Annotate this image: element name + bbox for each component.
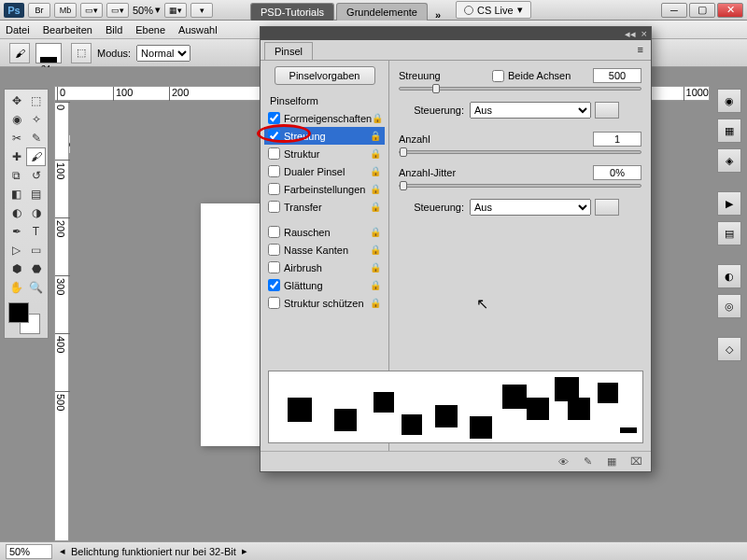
zoom-level[interactable]: 50%: [133, 5, 153, 16]
cs-live-button[interactable]: CS Live ▾: [456, 1, 531, 19]
crop-tool[interactable]: ✂: [7, 129, 26, 147]
type-tool[interactable]: T: [26, 222, 46, 241]
steuerung-btn[interactable]: [595, 102, 619, 119]
streuung-slider[interactable]: [399, 87, 641, 91]
mb-button[interactable]: Mb: [54, 3, 77, 18]
new-preset-icon[interactable]: ▦: [602, 455, 621, 469]
minimize-button[interactable]: ─: [661, 3, 687, 18]
pinselvorgaben-button[interactable]: Pinselvorgaben: [275, 66, 375, 85]
screen-mode-button[interactable]: ▭▾: [106, 3, 129, 18]
lock-icon[interactable]: 🔒: [370, 148, 381, 159]
menu-ebene[interactable]: Ebene: [135, 24, 165, 35]
marquee-tool[interactable]: ⬚: [26, 91, 46, 110]
brush-option-glättung[interactable]: Glättung🔒: [264, 276, 385, 294]
brush-option-rauschen[interactable]: Rauschen🔒: [264, 223, 385, 241]
menu-bild[interactable]: Bild: [106, 24, 122, 35]
brush-option-checkbox[interactable]: [268, 279, 280, 291]
pinsel-tab[interactable]: Pinsel: [264, 42, 313, 60]
color-swatches[interactable]: [7, 301, 46, 336]
beide-achsen-checkbox[interactable]: [492, 70, 504, 82]
brush-panel-toggle[interactable]: ⬚: [71, 43, 92, 63]
layers-panel-icon[interactable]: ◐: [717, 264, 741, 288]
panel-collapse-icon[interactable]: ◂◂: [625, 28, 636, 40]
trash-icon[interactable]: ⌧: [627, 455, 645, 469]
tab-grundelemente[interactable]: Grundelemente: [336, 3, 428, 21]
blur-tool[interactable]: ◐: [7, 203, 26, 222]
status-nav-left[interactable]: ◂: [60, 545, 65, 557]
panel-close-icon[interactable]: ×: [641, 28, 647, 39]
jitter-slider[interactable]: [399, 184, 641, 188]
maximize-button[interactable]: ▢: [689, 3, 715, 18]
dodge-tool[interactable]: ◑: [26, 203, 46, 222]
brush-option-checkbox[interactable]: [268, 226, 280, 238]
brush-option-checkbox[interactable]: [268, 183, 280, 195]
lock-icon[interactable]: 🔒: [370, 202, 381, 212]
fg-color[interactable]: [8, 302, 29, 323]
paths-panel-icon[interactable]: ◇: [717, 337, 741, 361]
anzahl-jitter-value[interactable]: 0%: [593, 165, 641, 180]
3d-cam-tool[interactable]: ⬣: [26, 259, 46, 278]
adjustments-panel-icon[interactable]: ▶: [717, 191, 741, 216]
arrange-button[interactable]: ▭▾: [80, 3, 103, 18]
lock-icon[interactable]: 🔒: [370, 227, 381, 237]
brush-option-checkbox[interactable]: [268, 244, 280, 256]
pen-tool[interactable]: ✒: [7, 222, 26, 241]
steuerung-select[interactable]: Aus: [470, 102, 591, 119]
gradient-tool[interactable]: ▤: [26, 185, 46, 203]
eraser-tool[interactable]: ◧: [7, 185, 26, 203]
3d-tool[interactable]: ⬢: [7, 259, 26, 278]
close-button[interactable]: ✕: [717, 3, 743, 18]
brush-option-nasse-kanten[interactable]: Nasse Kanten🔒: [264, 241, 385, 259]
steuerung2-btn[interactable]: [595, 199, 619, 216]
brush-option-farbeinstellungen[interactable]: Farbeinstellungen🔒: [264, 180, 385, 198]
channels-panel-icon[interactable]: ◎: [717, 294, 741, 318]
blend-mode-select[interactable]: Normal: [136, 45, 190, 62]
status-zoom[interactable]: 50%: [6, 544, 52, 559]
menu-datei[interactable]: Datei: [6, 24, 30, 35]
brush-option-dualer-pinsel[interactable]: Dualer Pinsel🔒: [264, 162, 385, 180]
tab-psd-tutorials[interactable]: PSD-Tutorials: [250, 3, 334, 21]
menu-auswahl[interactable]: Auswahl: [178, 24, 218, 35]
brush-option-struktur[interactable]: Struktur🔒: [264, 145, 385, 162]
wand-tool[interactable]: ✧: [26, 110, 46, 129]
brush-option-streuung[interactable]: Streuung🔒: [264, 127, 385, 145]
swatches-panel-icon[interactable]: ▦: [717, 119, 741, 143]
brush-option-checkbox[interactable]: [268, 112, 280, 124]
anzahl-value[interactable]: 1: [593, 132, 641, 147]
lock-icon[interactable]: 🔒: [370, 298, 381, 308]
stamp-tool[interactable]: ⧉: [7, 166, 26, 185]
lock-icon[interactable]: 🔒: [372, 113, 383, 123]
lasso-tool[interactable]: ◉: [7, 110, 26, 129]
brush-tool[interactable]: 🖌: [26, 147, 46, 166]
lock-icon[interactable]: 🔒: [370, 166, 381, 176]
menu-bearbeiten[interactable]: Bearbeiten: [43, 24, 92, 35]
lock-icon[interactable]: ✎: [578, 455, 597, 469]
brush-preset-picker[interactable]: [35, 43, 62, 63]
brush-option-checkbox[interactable]: [268, 297, 280, 309]
brush-option-checkbox[interactable]: [268, 147, 280, 160]
toggle-preview-icon[interactable]: 👁: [554, 455, 572, 469]
shape-tool[interactable]: ▭: [26, 241, 46, 259]
view-extras-button[interactable]: ▦▾: [164, 3, 187, 18]
bridge-button[interactable]: Br: [28, 3, 50, 18]
steuerung2-select[interactable]: Aus: [470, 199, 591, 216]
hand-tool[interactable]: ✋: [7, 278, 26, 297]
lock-icon[interactable]: 🔒: [370, 280, 381, 290]
lock-icon[interactable]: 🔒: [370, 131, 381, 141]
move-tool[interactable]: ✥: [7, 91, 26, 110]
brush-option-checkbox[interactable]: [268, 201, 280, 213]
eyedropper-tool[interactable]: ✎: [26, 129, 46, 147]
panel-menu-icon[interactable]: ≡: [638, 44, 643, 55]
status-nav-right[interactable]: ▸: [242, 545, 247, 557]
history-brush-tool[interactable]: ↺: [26, 166, 46, 185]
brush-option-airbrush[interactable]: Airbrush🔒: [264, 259, 385, 276]
color-panel-icon[interactable]: ◉: [717, 89, 741, 113]
pinselform-label[interactable]: Pinselform: [264, 92, 385, 109]
anzahl-slider[interactable]: [399, 150, 641, 154]
styles-panel-icon[interactable]: ◈: [717, 148, 741, 173]
view-button[interactable]: ▾: [190, 3, 213, 18]
masks-panel-icon[interactable]: ▤: [717, 221, 741, 245]
brush-option-formeigenschaften[interactable]: Formeigenschaften🔒: [264, 109, 385, 127]
lock-icon[interactable]: 🔒: [370, 184, 381, 194]
streuung-value[interactable]: 500: [593, 68, 641, 83]
